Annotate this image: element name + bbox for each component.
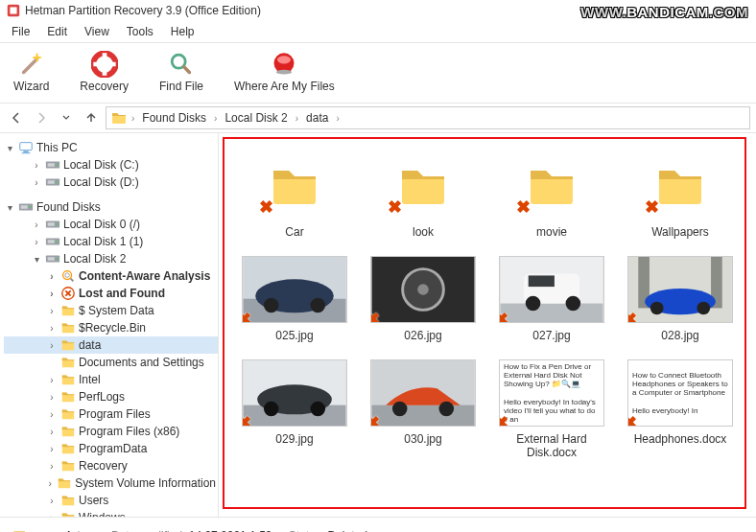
recovery-button[interactable]: Recovery (76, 49, 132, 95)
svg-point-20 (311, 298, 326, 313)
history-dropdown[interactable] (56, 107, 77, 128)
folder-icon (60, 320, 76, 335)
image-thumbnail (628, 257, 732, 322)
status-bar: ✖ data Folder Date modified: 14.07.2021 … (0, 517, 756, 532)
menu-file[interactable]: File (4, 23, 37, 40)
app-icon (6, 3, 21, 18)
folder-icon (110, 109, 128, 127)
tree-svi[interactable]: ›System Volume Information (4, 474, 218, 492)
deleted-icon: ✖ (499, 311, 511, 323)
wizard-button[interactable]: Wizard (10, 49, 53, 95)
disk-icon (45, 217, 60, 232)
content-panel[interactable]: ✖ Car ✖ look ✖ movie ✖ Wallpapers ✖ 025.… (219, 133, 756, 517)
file-external-hard-disk[interactable]: How to Fix a Pen Drive or External Hard … (491, 359, 612, 459)
crumb-data[interactable]: data (300, 111, 334, 125)
where-are-my-files-button[interactable]: Where Are My Files (230, 49, 339, 95)
svg-point-28 (526, 296, 541, 312)
disk-icon (45, 174, 60, 190)
arrow-up-icon (84, 111, 98, 125)
toolbar: Wizard Recovery Find File Where Are My F… (0, 43, 756, 104)
deleted-icon: ✖ (627, 414, 640, 427)
folder-icon (60, 424, 76, 439)
tree-ld0[interactable]: ›Local Disk 0 (/) (4, 216, 218, 233)
tree-this-pc[interactable]: ▾This PC (4, 139, 218, 156)
folder-icon (60, 303, 76, 318)
status-folder-icon: ✖ (10, 523, 48, 532)
tree-data[interactable]: ›data (4, 336, 218, 354)
svg-point-39 (264, 402, 279, 417)
folder-car[interactable]: ✖ Car (234, 152, 355, 239)
menu-tools[interactable]: Tools (119, 23, 161, 40)
doc-preview: How to Fix a Pen Drive or External Hard … (499, 359, 604, 427)
deleted-icon: ✖ (388, 198, 405, 216)
lifesaver-icon (91, 51, 118, 78)
tree-recycle-bin[interactable]: ›$Recycle.Bin (4, 319, 218, 336)
crumb-found-disks[interactable]: Found Disks (136, 111, 212, 125)
up-button[interactable] (81, 107, 102, 128)
svg-rect-42 (372, 405, 475, 426)
window-title: Hetman Partition Recovery 3.9 (Office Ed… (25, 4, 261, 17)
tree-ld2[interactable]: ▾Local Disk 2 (4, 250, 218, 267)
svg-rect-25 (501, 304, 603, 322)
forward-button[interactable] (31, 107, 52, 128)
wand-icon (18, 51, 45, 78)
status-status-label: Status: (289, 529, 324, 533)
tree-docs-settings[interactable]: Documents and Settings (4, 354, 218, 371)
menu-view[interactable]: View (77, 23, 117, 40)
file-027[interactable]: ✖ 027.jpg (491, 256, 612, 342)
svg-point-34 (650, 302, 664, 315)
menubar: File Edit View Tools Help (0, 21, 756, 43)
tree-recovery[interactable]: ›Recovery (4, 457, 218, 474)
image-thumbnail (243, 257, 346, 322)
back-button[interactable] (6, 107, 27, 128)
folder-movie[interactable]: ✖ movie (491, 152, 612, 239)
file-029[interactable]: ✖ 029.jpg (234, 359, 355, 459)
tree-system-data[interactable]: ›$ System Data (4, 302, 218, 319)
tree-program-files-x86[interactable]: ›Program Files (x86) (4, 423, 218, 440)
file-028[interactable]: ✖ 028.jpg (620, 256, 741, 342)
menu-edit[interactable]: Edit (39, 23, 75, 40)
deleted-icon: ✖ (627, 311, 640, 323)
tree-found-disks[interactable]: ▾Found Disks (4, 198, 218, 216)
folder-icon (57, 475, 72, 491)
svg-rect-15 (10, 7, 16, 13)
chevron-right-icon: › (130, 113, 136, 124)
image-thumbnail (371, 360, 475, 426)
svg-point-44 (439, 402, 455, 417)
tree-local-d[interactable]: ›Local Disk (D:) (4, 173, 218, 191)
deleted-icon: ✖ (242, 311, 254, 323)
pc-icon (18, 140, 34, 155)
crumb-local-disk-2[interactable]: Local Disk 2 (219, 111, 293, 125)
find-file-button[interactable]: Find File (155, 49, 207, 95)
status-modified-value: 14.07.2021 1:59 (189, 529, 272, 533)
folder-icon (60, 458, 76, 474)
svg-point-35 (697, 302, 710, 315)
deleted-icon: ✖ (645, 198, 662, 216)
tree-panel[interactable]: ▾This PC ›Local Disk (C:) ›Local Disk (D… (0, 133, 219, 517)
file-025[interactable]: ✖ 025.jpg (234, 256, 355, 342)
breadcrumb-bar[interactable]: › Found Disks › Local Disk 2 › data › (106, 106, 750, 129)
tree-programdata[interactable]: ›ProgramData (4, 440, 218, 457)
file-026[interactable]: ✖ 026.jpg (363, 256, 484, 342)
bandicam-watermark: WWW.BANDICAM.COM (580, 4, 748, 20)
arrow-left-icon (10, 111, 23, 125)
menu-help[interactable]: Help (163, 23, 202, 40)
arrow-right-icon (35, 111, 48, 125)
folder-icon (60, 493, 76, 508)
tree-content-aware[interactable]: ›Content-Aware Analysis (4, 267, 218, 285)
tree-lost-and-found[interactable]: ›Lost and Found (4, 285, 218, 302)
tree-windows[interactable]: ›Windows (4, 509, 218, 517)
tree-perflogs[interactable]: ›PerfLogs (4, 388, 218, 405)
tree-intel[interactable]: ›Intel (4, 371, 218, 388)
tree-ld1[interactable]: ›Local Disk 1 (1) (4, 233, 218, 250)
status-modified-label: Date modified: (111, 529, 185, 533)
tree-users[interactable]: ›Users (4, 492, 218, 509)
folder-wallpapers[interactable]: ✖ Wallpapers (620, 152, 741, 239)
file-030[interactable]: ✖ 030.jpg (363, 359, 484, 459)
tree-program-files[interactable]: ›Program Files (4, 405, 218, 423)
folder-look[interactable]: ✖ look (363, 152, 484, 239)
folder-icon (60, 372, 76, 387)
chevron-down-icon (61, 113, 71, 123)
file-headphones[interactable]: How to Connect Bluetooth Headphones or S… (620, 359, 741, 459)
tree-local-c[interactable]: ›Local Disk (C:) (4, 156, 218, 173)
